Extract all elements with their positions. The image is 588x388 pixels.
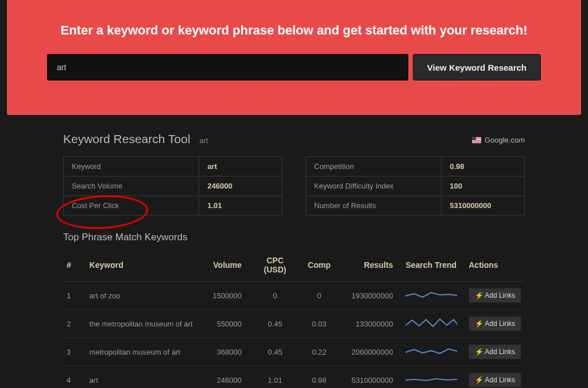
- hero-title: Enter a keyword or keyword phrase below …: [47, 23, 541, 38]
- bolt-icon: ⚡: [475, 348, 483, 356]
- phrase-section-title: Top Phrase Match Keywords: [63, 232, 525, 243]
- bolt-icon: ⚡: [475, 376, 483, 384]
- cell-actions: ⚡Add Links: [465, 338, 525, 366]
- table-row: 3metropolitan museum of art3680000.450.2…: [63, 338, 525, 366]
- phrase-keywords-table: # Keyword Volume CPC (USD) Comp Results …: [63, 251, 525, 388]
- cell-trend: [402, 338, 465, 366]
- cell-comp: 0: [299, 282, 339, 310]
- cell-volume: 246000: [205, 366, 251, 389]
- col-header-results: Results: [339, 251, 403, 282]
- col-header-keyword: Keyword: [86, 251, 205, 282]
- hero-panel: Enter a keyword or keyword phrase below …: [7, 0, 581, 115]
- add-links-button[interactable]: ⚡Add Links: [469, 288, 521, 303]
- stat-value-competition: 0.98: [442, 157, 525, 176]
- content-area: Keyword Research Tool art Google.com Key…: [0, 115, 588, 388]
- cell-trend: [402, 310, 465, 338]
- cell-index: 4: [63, 366, 86, 389]
- search-engine-label: Google.com: [472, 136, 525, 144]
- cell-index: 1: [63, 282, 86, 310]
- cell-keyword[interactable]: metropolitan museum of art: [86, 338, 205, 366]
- cell-comp: 0.98: [299, 366, 339, 389]
- sparkline-icon: [405, 373, 457, 386]
- cell-volume: 368000: [205, 338, 251, 366]
- stat-label-cpc: Cost Per Click: [64, 196, 199, 216]
- stat-label-results: Number of Results: [306, 196, 442, 216]
- search-row: View Keyword Research: [47, 54, 541, 80]
- cell-actions: ⚡Add Links: [465, 282, 525, 310]
- col-header-cpc: CPC (USD): [251, 251, 299, 282]
- stat-label-difficulty: Keyword Difficulty Index: [306, 176, 442, 196]
- cell-results: 133000000: [339, 310, 403, 338]
- cell-volume: 1500000: [205, 282, 251, 310]
- stats-left-table: Keyword art Search Volume 246000 Cost Pe…: [63, 156, 283, 216]
- tool-title-text: Keyword Research Tool: [63, 132, 190, 145]
- stat-value-keyword: art: [199, 157, 283, 176]
- stat-value-volume: 246000: [199, 176, 283, 196]
- bolt-icon: ⚡: [475, 320, 483, 328]
- cell-results: 2060000000: [339, 338, 403, 366]
- col-header-volume: Volume: [205, 251, 251, 282]
- table-row: 1art of zoo1500000001930000000⚡Add Links: [63, 282, 525, 310]
- col-header-index: #: [63, 251, 86, 282]
- col-header-actions: Actions: [465, 251, 525, 282]
- cell-keyword[interactable]: art: [86, 366, 205, 389]
- cell-cpc: 1.01: [251, 366, 299, 389]
- cell-cpc: 0.45: [251, 338, 299, 366]
- keyword-input[interactable]: [47, 54, 408, 80]
- tool-title: Keyword Research Tool art: [63, 132, 208, 146]
- cell-actions: ⚡Add Links: [465, 366, 525, 389]
- stats-row: Keyword art Search Volume 246000 Cost Pe…: [63, 156, 525, 216]
- table-row: 4art2460001.010.985310000000⚡Add Links: [63, 366, 525, 389]
- cell-results: 5310000000: [339, 366, 403, 389]
- view-research-button[interactable]: View Keyword Research: [413, 54, 541, 80]
- stat-label-keyword: Keyword: [64, 157, 199, 176]
- sparkline-icon: [405, 317, 457, 329]
- col-header-comp: Comp: [299, 251, 339, 282]
- cell-index: 3: [63, 338, 86, 366]
- table-row: 2the metropolitan museum of art5500000.4…: [63, 310, 525, 338]
- cell-trend: [402, 366, 465, 389]
- stats-right-table: Competition 0.98 Keyword Difficulty Inde…: [305, 156, 525, 216]
- cell-volume: 550000: [205, 310, 251, 338]
- engine-text: Google.com: [485, 136, 525, 144]
- cell-index: 2: [63, 310, 86, 338]
- stat-value-results: 5310000000: [442, 196, 525, 216]
- cell-trend: [402, 282, 465, 310]
- stat-label-competition: Competition: [306, 157, 442, 176]
- cell-comp: 0.22: [299, 338, 339, 366]
- cell-cpc: 0: [251, 282, 299, 310]
- cell-actions: ⚡Add Links: [465, 310, 525, 338]
- stat-value-cpc: 1.01: [199, 196, 283, 216]
- bolt-icon: ⚡: [475, 291, 483, 299]
- cell-results: 1930000000: [339, 282, 403, 310]
- sparkline-icon: [405, 289, 457, 301]
- title-row: Keyword Research Tool art Google.com: [63, 132, 525, 146]
- stat-value-difficulty: 100: [442, 176, 525, 196]
- cell-keyword[interactable]: the metropolitan museum of art: [86, 310, 205, 338]
- cell-comp: 0.03: [299, 310, 339, 338]
- us-flag-icon: [472, 137, 481, 143]
- col-header-trend: Search Trend: [402, 251, 465, 282]
- stat-label-volume: Search Volume: [64, 176, 199, 196]
- add-links-button[interactable]: ⚡Add Links: [469, 344, 521, 359]
- tool-title-keyword: art: [199, 136, 208, 145]
- add-links-button[interactable]: ⚡Add Links: [469, 372, 521, 387]
- cell-keyword[interactable]: art of zoo: [86, 282, 205, 310]
- sparkline-icon: [405, 345, 457, 358]
- cell-cpc: 0.45: [251, 310, 299, 338]
- add-links-button[interactable]: ⚡Add Links: [469, 316, 521, 331]
